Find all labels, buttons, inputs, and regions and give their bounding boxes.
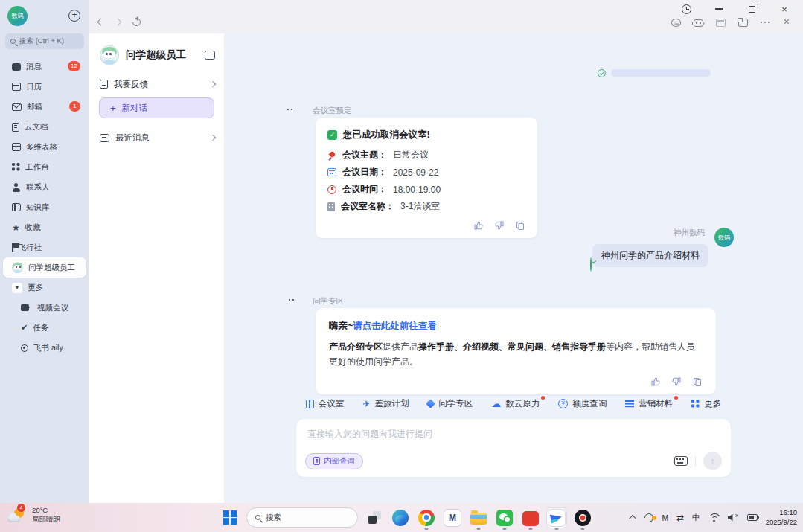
chrome-app[interactable] (417, 508, 436, 528)
sidebar-item-tasks[interactable]: ✔ 任务 (3, 318, 86, 338)
quick-action-bar: 会议室 ✈差旅计划 问学专区 ☁数云原力 ¥额度查询 营销材料 更多 (296, 398, 731, 409)
start-button[interactable] (220, 508, 240, 528)
sidebar-item-base-table[interactable]: 多维表格 (3, 137, 86, 157)
unread-badge: 1 (69, 101, 80, 112)
forward-icon[interactable] (115, 19, 122, 26)
copy-icon[interactable] (692, 376, 703, 387)
quick-more[interactable]: 更多 (691, 398, 721, 409)
feishu-icon (548, 510, 565, 526)
weather-desc: 局部晴朗 (32, 515, 60, 524)
bot-avatar (100, 45, 119, 65)
edge-app[interactable] (391, 508, 410, 528)
more-icon[interactable] (761, 21, 771, 24)
search-icon (10, 39, 16, 44)
sidebar-item-favorites[interactable]: ★ 收藏 (3, 217, 86, 237)
sidebar-item-cloud-docs[interactable]: 云文档 (3, 117, 86, 137)
sidebar-item-workbench[interactable]: 工作台 (3, 157, 86, 177)
taskbar-clock[interactable]: 16:10 2025/9/22 (766, 508, 797, 527)
card-view-icon[interactable] (716, 19, 726, 27)
sidebar-item-contacts[interactable]: 联系人 (3, 177, 86, 197)
video-camera-icon (21, 304, 29, 311)
user-avatar: 数码 (714, 228, 734, 247)
thumbs-down-icon[interactable] (494, 220, 505, 231)
message-sender: 会议室预定 (313, 106, 352, 116)
wechat-app[interactable] (495, 508, 514, 528)
back-icon[interactable] (97, 19, 105, 26)
alarm-clock-icon (327, 185, 336, 194)
popout-icon[interactable] (738, 19, 748, 27)
red-cat-app[interactable] (521, 508, 540, 528)
recorder-app[interactable] (573, 508, 592, 528)
message-sender: 神州数码 (674, 228, 708, 238)
tray-expand-icon[interactable] (630, 515, 637, 522)
chat-area: 会议室预定 您已成功取消会议室! 会议主题： 日常会议 会议日期： 2025-0… (225, 33, 803, 503)
internal-query-chip[interactable]: 内部查询 (305, 453, 363, 469)
sidebar-item-aily[interactable]: 飞书 aily (3, 338, 86, 358)
history-icon[interactable] (675, 3, 697, 15)
quick-product-zone[interactable]: 问学专区 (427, 398, 473, 409)
close-app-icon[interactable]: × (784, 18, 790, 26)
battery-icon[interactable] (747, 514, 758, 521)
search-input[interactable]: 搜索 (Ctrl + K) (5, 33, 84, 49)
quick-shuyun[interactable]: ☁数云原力 (491, 398, 540, 409)
thumbs-up-icon[interactable] (473, 220, 484, 231)
taskbar-weather[interactable]: 4 20°C 局部晴朗 (7, 506, 60, 524)
muted-speaker-icon[interactable] (728, 514, 739, 522)
sidebar-item-messages[interactable]: 消息 12 (3, 57, 86, 77)
cloud-doc-icon (12, 123, 19, 132)
search-placeholder: 搜索 (Ctrl + K) (19, 36, 64, 46)
sidebar-item-mail[interactable]: 邮箱 1 (3, 97, 86, 117)
sidebar-item-knowledge[interactable]: 知识库 (3, 197, 86, 217)
close-icon[interactable]: × (773, 3, 796, 15)
send-button[interactable]: ↑ (703, 452, 722, 470)
feishu-app[interactable] (547, 508, 566, 528)
calendar-icon (327, 168, 336, 176)
go-view-link[interactable]: 请点击此处前往查看 (353, 321, 437, 331)
file-explorer-app[interactable] (469, 508, 488, 528)
plane-icon: ✈ (362, 400, 370, 408)
quick-travel-plan[interactable]: ✈差旅计划 (362, 398, 409, 409)
quick-marketing-material[interactable]: 营销材料 (625, 398, 673, 409)
keyboard-icon[interactable] (674, 456, 688, 466)
restore-icon[interactable] (740, 3, 763, 15)
doc-icon (313, 457, 320, 465)
copy-icon[interactable] (515, 220, 525, 231)
input-method-indicator[interactable]: 中 (692, 513, 700, 523)
sidebar-item-wenxue-assistant[interactable]: 问学超级员工 (3, 257, 86, 278)
thumbs-down-icon[interactable] (671, 376, 682, 387)
tray-m-icon[interactable]: M (662, 513, 668, 522)
avatar[interactable]: 数码 (7, 6, 28, 26)
new-chat-button[interactable]: + 新对话 (99, 97, 214, 118)
sync-icon[interactable] (643, 511, 656, 524)
sidebar-item-calendar[interactable]: 日历 (3, 77, 86, 97)
thumbs-up-icon[interactable] (650, 376, 661, 387)
robot-icon[interactable] (694, 19, 703, 27)
task-view-button[interactable] (365, 508, 384, 528)
message-actions (329, 376, 703, 387)
refresh-icon[interactable] (131, 16, 142, 28)
feedback-row[interactable]: 我要反馈 (100, 75, 215, 93)
minimize-icon[interactable] (708, 3, 730, 15)
panel-title: 问学超级员工 (126, 48, 198, 62)
network-activity-icon[interactable]: ⇄ (676, 513, 684, 523)
sidebar-item-more[interactable]: ▼ 更多 (3, 278, 86, 298)
sidebar-item-feixingshe[interactable]: 飞行社 (3, 237, 86, 257)
wifi-icon[interactable] (708, 513, 720, 522)
add-icon[interactable]: + (68, 10, 80, 22)
calendar-icon (12, 83, 21, 91)
meeting-room-icon (306, 400, 314, 408)
quick-quota-query[interactable]: ¥额度查询 (558, 398, 607, 409)
quick-meeting-room[interactable]: 会议室 (306, 398, 345, 409)
collapse-panel-icon[interactable] (205, 51, 215, 60)
sidebar-item-video-meeting[interactable]: 视频会议 (3, 298, 86, 318)
recent-messages-row[interactable]: 最近消息 (100, 129, 215, 147)
message-composer[interactable]: 直接输入您的问题向我进行提问 内部查询 ↑ (296, 419, 731, 477)
person-icon (12, 183, 21, 192)
message-icon[interactable] (671, 19, 681, 27)
main-sidebar: 数码 + 搜索 (Ctrl + K) 消息 12 日历 邮箱 1 (0, 0, 89, 503)
taskbar-search[interactable]: 搜索 (246, 507, 358, 528)
feedback-doc-icon (100, 80, 108, 89)
m-app[interactable]: M (443, 508, 462, 528)
meeting-card-title: 您已成功取消会议室! (343, 129, 430, 141)
chat-bubble-icon (12, 63, 21, 71)
